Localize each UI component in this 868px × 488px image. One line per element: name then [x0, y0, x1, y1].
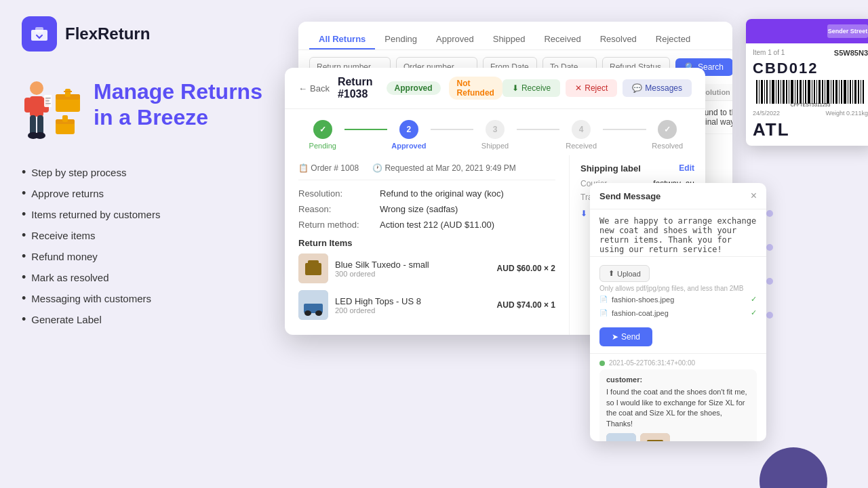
upload-button[interactable]: ⬆ Upload	[599, 265, 650, 282]
svg-rect-55	[818, 80, 821, 104]
svg-rect-66	[850, 80, 851, 104]
tab-received[interactable]: Received	[534, 30, 590, 49]
tab-rejected[interactable]: Rejected	[646, 30, 700, 49]
message-panel-header: Send Message ×	[590, 183, 766, 209]
label-weight: Weight 0.211kg	[826, 110, 868, 117]
chat-bubble: customer: I found the coat and the shoes…	[599, 369, 757, 441]
send-button[interactable]: ➤ Send	[599, 327, 652, 346]
svg-rect-17	[64, 91, 72, 92]
svg-rect-41	[781, 80, 781, 104]
step-label-shipped: Shipped	[481, 142, 509, 150]
svg-rect-16	[65, 89, 71, 97]
resolution-row: Resolution: Refund to the original way (…	[298, 188, 555, 199]
svg-rect-36	[766, 80, 768, 104]
chat-img-1	[606, 433, 636, 441]
item-row-2: LED High Tops - US 8 200 ordered AUD $74…	[298, 290, 555, 320]
svg-rect-47	[797, 80, 798, 104]
person-illustration	[22, 79, 52, 146]
chat-online-dot	[599, 361, 605, 366]
tab-all-returns[interactable]: All Returns	[309, 30, 375, 49]
receive-button[interactable]: ⬇ Receive	[502, 79, 560, 97]
svg-rect-52	[812, 80, 812, 104]
large-circle-decoration	[760, 447, 827, 488]
feature-item: Step by step process	[22, 165, 263, 180]
step-circle-received: 4	[572, 120, 591, 139]
svg-text:CFFTEST5311253: CFFTEST5311253	[791, 102, 831, 107]
chat-sender: customer:	[606, 375, 750, 385]
item-info-2: LED High Tops - US 8 200 ordered	[335, 296, 490, 314]
svg-point-13	[35, 132, 45, 139]
svg-rect-67	[852, 80, 853, 104]
svg-rect-51	[808, 80, 810, 104]
svg-rect-49	[803, 80, 804, 104]
edit-label-link[interactable]: Edit	[679, 163, 694, 174]
file-icon-2: 📄	[599, 309, 608, 317]
step-connector-1	[344, 129, 388, 130]
feature-item: Messaging with customers	[22, 291, 263, 306]
step-received: 4 Received	[559, 120, 603, 150]
svg-rect-39	[776, 80, 776, 104]
tab-shipped[interactable]: Shipped	[484, 30, 535, 49]
label-code2: CBD012	[753, 60, 868, 77]
dot-2	[766, 244, 773, 251]
step-shipped: 3 Shipped	[473, 120, 517, 150]
window-tabs: All Returns Pending Approved Shipped Rec…	[298, 22, 732, 50]
svg-rect-33	[759, 80, 760, 104]
svg-rect-7	[45, 98, 51, 99]
svg-rect-3	[30, 96, 43, 117]
step-resolved: ✓ Resolved	[646, 120, 690, 150]
step-connector-3	[517, 129, 560, 130]
tab-pending[interactable]: Pending	[375, 30, 427, 49]
not-refunded-badge: Not Refunded	[449, 77, 502, 100]
item-count: Item 1 of 1	[753, 49, 785, 56]
label-address-code: ATL	[753, 119, 868, 140]
svg-rect-20	[62, 115, 68, 122]
return-method-row: Return method: Action test 212 (AUD $11.…	[298, 220, 555, 230]
feature-item: Receive items	[22, 228, 263, 243]
svg-rect-65	[848, 80, 848, 104]
label-card: Sender Street Item 1 of 1 S5W85N3 CBD012	[746, 19, 868, 146]
tab-approved[interactable]: Approved	[427, 30, 484, 49]
sender-street-label: Sender Street	[828, 28, 868, 35]
left-panel: FlexReturn	[0, 0, 285, 488]
svg-rect-40	[778, 80, 779, 104]
barcode-area: CFFTEST5311253	[753, 80, 868, 107]
step-circle-shipped: 3	[486, 120, 505, 139]
tab-resolved[interactable]: Resolved	[591, 30, 646, 49]
dot-1	[766, 210, 773, 217]
small-box-illustration	[54, 115, 76, 136]
message-textarea[interactable]: We are happy to arrange exchange new coa…	[590, 209, 766, 257]
modal-header-left: ← Back Return #1038 Approved Not Refunde…	[298, 76, 502, 100]
back-button[interactable]: ← Back	[298, 83, 330, 94]
svg-rect-54	[816, 80, 817, 104]
svg-rect-62	[839, 80, 840, 104]
chat-images	[606, 433, 750, 441]
svg-rect-59	[831, 80, 831, 104]
svg-rect-28	[606, 433, 636, 441]
svg-rect-43	[786, 80, 787, 104]
svg-rect-23	[308, 260, 319, 266]
hero-section: Manage Returns in a Breeze	[22, 79, 263, 146]
reject-button[interactable]: ✕ Reject	[566, 79, 617, 97]
upload-hint: Only allows pdf/jpg/png files, and less …	[599, 285, 757, 292]
svg-rect-61	[835, 80, 837, 104]
svg-rect-1	[35, 27, 43, 33]
chat-area: 2021-05-22T06:31:47+00:00 customer: I fo…	[590, 353, 766, 441]
shipping-title: Shipping label Edit	[580, 163, 694, 174]
box-illustration	[54, 89, 81, 113]
reason-row: Reason: Wrong size (sadfas)	[298, 204, 555, 214]
chat-timestamp: 2021-05-22T06:31:47+00:00	[599, 359, 757, 367]
svg-rect-57	[825, 80, 825, 104]
upload-icon: ⬆	[608, 269, 614, 278]
step-label-resolved: Resolved	[652, 142, 683, 150]
svg-rect-4	[24, 98, 31, 113]
file-check-2: ✓	[751, 308, 757, 317]
item-price-2: AUD $74.00 × 1	[497, 300, 555, 310]
modal-header: ← Back Return #1038 Approved Not Refunde…	[285, 68, 705, 109]
file-item-2: 📄 fashion-coat.jpeg ✓	[599, 308, 757, 317]
svg-point-26	[304, 310, 311, 316]
modal-actions: ⬇ Receive ✕ Reject 💬 Messages	[502, 79, 692, 97]
messages-button[interactable]: 💬 Messages	[623, 79, 692, 97]
step-pending: ✓ Pending	[301, 120, 344, 150]
message-close-button[interactable]: ×	[751, 190, 757, 202]
